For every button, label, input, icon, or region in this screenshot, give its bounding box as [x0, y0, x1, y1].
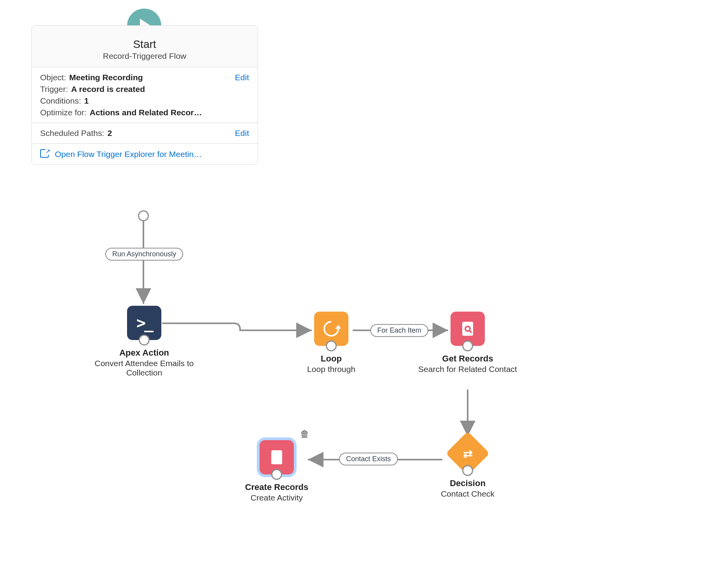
connectors: [0, 0, 728, 564]
decision-desc: Contact Check: [417, 489, 518, 499]
create-records-node[interactable]: Create Records Create Activity: [226, 440, 327, 502]
decision-port[interactable]: [462, 465, 473, 476]
create-port[interactable]: [271, 469, 282, 480]
get-records-node[interactable]: Get Records Search for Related Contact: [417, 312, 518, 374]
delete-icon[interactable]: 🗑: [300, 428, 309, 439]
get-title: Get Records: [417, 354, 518, 364]
get-records-icon: [451, 312, 485, 346]
loop-icon: [314, 312, 348, 346]
loop-port[interactable]: [326, 340, 337, 351]
get-desc: Search for Related Contact: [417, 365, 518, 374]
apex-desc: Convert Attendee Emails to Collection: [94, 359, 195, 377]
apex-action-node[interactable]: >_ Apex Action Convert Attendee Emails t…: [94, 306, 195, 377]
get-port[interactable]: [462, 340, 473, 351]
decision-title: Decision: [417, 478, 518, 488]
create-records-icon: [260, 440, 294, 474]
create-desc: Create Activity: [226, 493, 327, 502]
loop-desc: Loop through: [281, 365, 382, 374]
loop-title: Loop: [281, 354, 382, 364]
decision-icon: ⇄: [451, 436, 485, 471]
apex-title: Apex Action: [94, 348, 195, 358]
contact-exists-label: Contact Exists: [339, 453, 398, 465]
apex-icon: >_: [127, 306, 161, 340]
loop-node[interactable]: Loop Loop through: [281, 312, 382, 374]
apex-port[interactable]: [139, 335, 150, 345]
decision-node[interactable]: ⇄ Decision Contact Check: [417, 436, 518, 499]
run-async-label[interactable]: Run Asynchronously: [105, 248, 183, 261]
create-title: Create Records: [226, 482, 327, 492]
